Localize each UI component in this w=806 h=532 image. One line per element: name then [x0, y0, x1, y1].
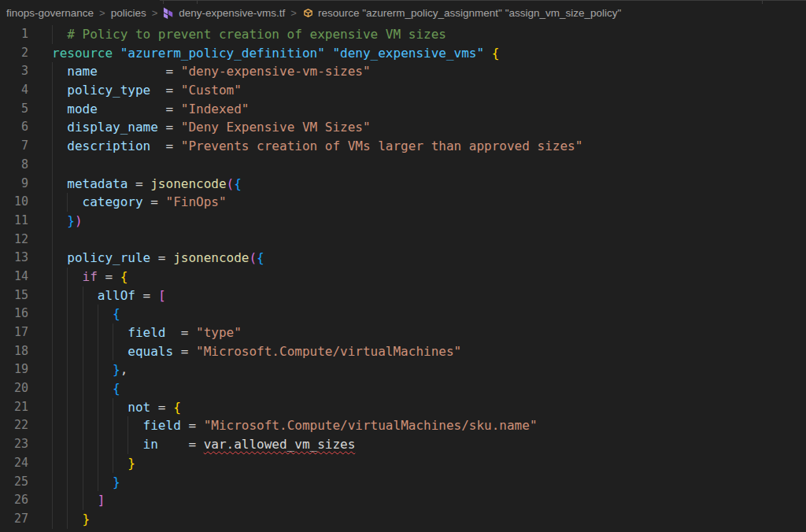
code-line[interactable]: 24 } — [0, 454, 806, 473]
line-number[interactable]: 11 — [0, 212, 28, 231]
code-line[interactable]: 17 field = "type" — [0, 323, 806, 342]
code-text: policy_rule = jsonencode({ — [52, 249, 264, 268]
line-number[interactable]: 23 — [0, 435, 28, 454]
code-line[interactable]: 8 — [0, 156, 806, 175]
token-s: "Microsoft.Compute/virtualMachines" — [196, 344, 461, 359]
breadcrumb-item-policies[interactable]: policies — [111, 7, 146, 19]
token-prop: field — [143, 418, 181, 433]
breadcrumb-item-file[interactable]: deny-expensive-vms.tf — [163, 7, 285, 19]
code-line[interactable]: 5 mode = "Indexed" — [0, 100, 806, 119]
code-tokens: mode = "Indexed" — [52, 102, 249, 116]
code-tokens: in = var.allowed_vm_sizes — [52, 437, 355, 452]
token-p: = — [166, 325, 197, 340]
code-line[interactable]: 19 }, — [0, 360, 806, 379]
code-line[interactable]: 20 { — [0, 379, 806, 398]
code-line[interactable]: 4 policy_type = "Custom" — [0, 81, 806, 100]
token-prop: equals — [128, 344, 173, 359]
token-s: "Indexed" — [181, 102, 250, 116]
token-b1: { — [492, 46, 500, 61]
code-text: }, — [52, 360, 128, 379]
code-line[interactable]: 11 }) — [0, 212, 806, 231]
line-number[interactable]: 14 — [0, 268, 28, 286]
code-line[interactable]: 3 name = "deny-expensive-vm-sizes" — [0, 62, 806, 81]
code-line[interactable]: 21 not = { — [0, 398, 806, 417]
code-line[interactable]: 15 allOf = [ — [0, 286, 806, 305]
line-number[interactable]: 8 — [0, 156, 28, 175]
token-prop: not — [128, 400, 150, 415]
token-b1: } — [83, 512, 91, 526]
code-line[interactable]: 22 field = "Microsoft.Compute/virtualMac… — [0, 416, 806, 435]
token-b3: } — [67, 213, 75, 228]
breadcrumb-file-label: deny-expensive-vms.tf — [179, 7, 285, 19]
code-lines: 1 # Policy to prevent creation of expens… — [0, 25, 806, 529]
code-text: { — [52, 305, 120, 323]
token-prop: category — [83, 194, 143, 209]
line-number[interactable]: 22 — [0, 416, 28, 435]
line-number[interactable]: 17 — [0, 323, 28, 342]
code-line[interactable]: 7 description = "Prevents creation of VM… — [0, 137, 806, 156]
code-line[interactable]: 9 metadata = jsonencode({ — [0, 175, 806, 194]
line-number[interactable]: 7 — [0, 137, 28, 156]
code-tokens: metadata = jsonencode({ — [52, 176, 242, 191]
line-number[interactable]: 2 — [0, 44, 28, 63]
code-line[interactable]: 14 if = { — [0, 268, 806, 286]
line-number[interactable]: 19 — [0, 360, 28, 379]
line-number[interactable]: 1 — [0, 25, 28, 44]
line-number[interactable]: 9 — [0, 175, 28, 194]
line-number[interactable]: 13 — [0, 249, 28, 268]
line-number[interactable]: 21 — [0, 398, 28, 417]
line-number[interactable]: 16 — [0, 305, 28, 323]
code-text: display_name = "Deny Expensive VM Sizes" — [52, 118, 371, 137]
token-s: "type" — [196, 325, 242, 340]
line-number[interactable]: 12 — [0, 231, 28, 249]
line-number[interactable]: 18 — [0, 342, 28, 361]
code-text: in = var.allowed_vm_sizes — [52, 435, 355, 454]
token-err: var.allowed_vm_sizes — [204, 437, 356, 452]
token-s: "Custom" — [181, 83, 242, 98]
code-line[interactable]: 23 in = var.allowed_vm_sizes — [0, 435, 806, 454]
token-b2: ( — [249, 250, 257, 265]
token-cm: # Policy to prevent creation of expensiv… — [67, 27, 446, 42]
breadcrumb-item-symbol[interactable]: resource "azurerm_policy_assignment" "as… — [302, 7, 621, 19]
token-b2: [ — [158, 288, 166, 303]
line-number[interactable]: 6 — [0, 118, 28, 137]
line-number[interactable]: 25 — [0, 473, 28, 492]
line-number[interactable]: 10 — [0, 193, 28, 212]
code-line[interactable]: 12 — [0, 231, 806, 249]
code-tokens: } — [52, 512, 90, 526]
line-number[interactable]: 5 — [0, 100, 28, 119]
line-number[interactable]: 27 — [0, 510, 28, 529]
code-line[interactable]: 2resource "azurerm_policy_definition" "d… — [0, 44, 806, 63]
line-number[interactable]: 15 — [0, 286, 28, 305]
code-editor[interactable]: 1 # Policy to prevent creation of expens… — [0, 25, 806, 532]
line-number[interactable]: 26 — [0, 491, 28, 510]
token-fn: jsonencode — [150, 176, 226, 191]
token-prop: description — [67, 139, 150, 153]
code-line[interactable]: 13 policy_rule = jsonencode({ — [0, 249, 806, 268]
token-p: = — [173, 344, 196, 359]
line-number[interactable]: 3 — [0, 62, 28, 81]
code-line[interactable]: 10 category = "FinOps" — [0, 193, 806, 212]
code-line[interactable]: 16 { — [0, 305, 806, 323]
code-line[interactable]: 18 equals = "Microsoft.Compute/virtualMa… — [0, 342, 806, 361]
symbol-icon — [302, 7, 314, 19]
token-s: "Microsoft.Compute/virtualMachines/sku.n… — [204, 418, 538, 433]
code-line[interactable]: 26 ] — [0, 491, 806, 510]
token-b2: ( — [227, 176, 235, 191]
token-p: = — [181, 418, 204, 433]
token-p: = — [150, 139, 181, 153]
line-number[interactable]: 20 — [0, 379, 28, 398]
line-number[interactable]: 4 — [0, 81, 28, 100]
breadcrumb-separator: > — [290, 7, 297, 19]
code-line[interactable]: 6 display_name = "Deny Expensive VM Size… — [0, 118, 806, 137]
code-line[interactable]: 1 # Policy to prevent creation of expens… — [0, 25, 806, 44]
code-line[interactable]: 27 } — [0, 510, 806, 529]
code-line[interactable]: 25 } — [0, 473, 806, 492]
token-sb: "azurerm_policy_definition" — [120, 46, 325, 61]
breadcrumb-item-folder[interactable]: finops-governance — [6, 7, 94, 19]
code-text: # Policy to prevent creation of expensiv… — [52, 25, 446, 44]
token-p — [325, 46, 333, 61]
token-prop: allOf — [98, 288, 135, 303]
tab-border-tick — [163, 0, 164, 4]
line-number[interactable]: 24 — [0, 454, 28, 473]
